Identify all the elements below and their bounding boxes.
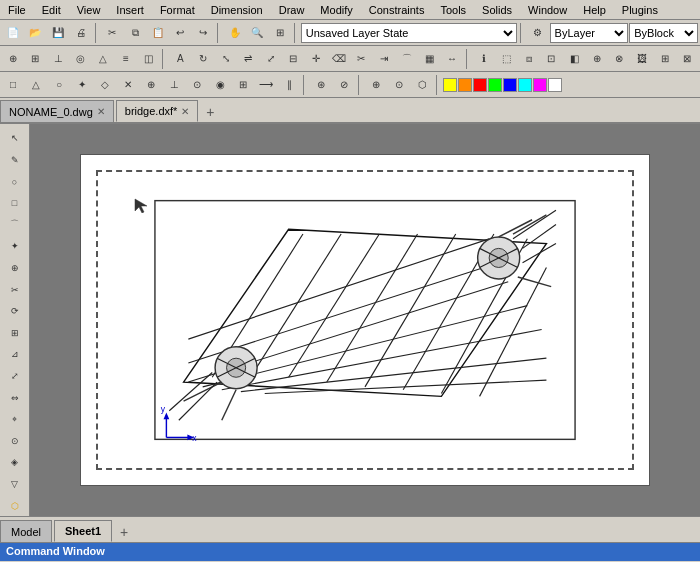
tab-bridge-close[interactable]: ✕ xyxy=(181,106,189,117)
snap-button[interactable]: ⊕ xyxy=(2,48,24,70)
select-tool[interactable]: ↖ xyxy=(4,128,26,149)
snapins-button[interactable]: ⊕ xyxy=(140,74,162,96)
menu-modify[interactable]: Modify xyxy=(312,2,360,18)
redo-button[interactable]: ↪ xyxy=(192,22,214,44)
snap3d-button[interactable]: ⬡ xyxy=(411,74,433,96)
pencil-tool[interactable]: ✎ xyxy=(4,150,26,171)
menu-solids[interactable]: Solids xyxy=(474,2,520,18)
hex-tool[interactable]: ⬡ xyxy=(4,495,26,516)
tab-sheet1[interactable]: Sheet1 xyxy=(54,520,112,542)
mirror-tool[interactable]: ⇔ xyxy=(4,387,26,408)
offset-button[interactable]: ⤢ xyxy=(260,48,282,70)
snapmid-button[interactable]: △ xyxy=(25,74,47,96)
snapint-button[interactable]: ✕ xyxy=(117,74,139,96)
snaptrack-button[interactable]: ⊕ xyxy=(365,74,387,96)
menu-window[interactable]: Window xyxy=(520,2,575,18)
scale-tool[interactable]: ⤢ xyxy=(4,366,26,387)
sna-color1[interactable] xyxy=(443,78,457,92)
snappara-button[interactable]: ∥ xyxy=(278,74,300,96)
cut-button[interactable]: ✂ xyxy=(102,22,124,44)
triangle-tool[interactable]: ⊿ xyxy=(4,344,26,365)
menu-dimension[interactable]: Dimension xyxy=(203,2,271,18)
array-button[interactable]: ⊟ xyxy=(283,48,305,70)
star-tool[interactable]: ✦ xyxy=(4,236,26,257)
circle-tool[interactable]: ○ xyxy=(4,171,26,192)
pasteasblock-button[interactable]: ⧈ xyxy=(518,48,540,70)
tool9[interactable]: ⊞ xyxy=(654,48,676,70)
move-button[interactable]: ✛ xyxy=(305,48,327,70)
snapnone-button[interactable]: ⊘ xyxy=(333,74,355,96)
sna-color2[interactable] xyxy=(458,78,472,92)
insert-button[interactable]: ⊕ xyxy=(586,48,608,70)
ortho-button[interactable]: ⊥ xyxy=(47,48,69,70)
snapnode-button[interactable]: ✦ xyxy=(71,74,93,96)
tab-bridge[interactable]: bridge.dxf* ✕ xyxy=(116,100,199,122)
color-select[interactable]: ByLayer xyxy=(550,23,629,43)
snapapp-button[interactable]: ⊞ xyxy=(232,74,254,96)
sna-color3[interactable] xyxy=(473,78,487,92)
osnap-button[interactable]: △ xyxy=(93,48,115,70)
zoom-all-button[interactable]: ⊞ xyxy=(269,22,291,44)
erase-button[interactable]: ⌫ xyxy=(328,48,350,70)
drawing-canvas-area[interactable]: x y xyxy=(30,124,700,516)
menu-constraints[interactable]: Constraints xyxy=(361,2,433,18)
menu-view[interactable]: View xyxy=(69,2,109,18)
new-button[interactable]: 📄 xyxy=(2,22,24,44)
text-button[interactable]: A xyxy=(169,48,191,70)
down-tool[interactable]: ▽ xyxy=(4,474,26,495)
scale-button[interactable]: ⤡ xyxy=(215,48,237,70)
tab-noname[interactable]: NONAME_0.dwg ✕ xyxy=(0,100,114,122)
properties-button[interactable]: ℹ xyxy=(473,48,495,70)
diamond-tool[interactable]: ◈ xyxy=(4,452,26,473)
menu-help[interactable]: Help xyxy=(575,2,614,18)
array-tool[interactable]: ⊞ xyxy=(4,322,26,343)
menu-tools[interactable]: Tools xyxy=(432,2,474,18)
transparency-button[interactable]: ◫ xyxy=(138,48,160,70)
snapfrom-button[interactable]: ⊙ xyxy=(388,74,410,96)
snaptang-button[interactable]: ⊙ xyxy=(186,74,208,96)
tab-model[interactable]: Model xyxy=(0,520,52,542)
rotate-tool[interactable]: ⟳ xyxy=(4,301,26,322)
add-sheet-button[interactable]: + xyxy=(114,522,134,542)
mirror-button[interactable]: ⇌ xyxy=(237,48,259,70)
sna-color4[interactable] xyxy=(488,78,502,92)
image-button[interactable]: 🖼 xyxy=(631,48,653,70)
hatch-button[interactable]: ▦ xyxy=(418,48,440,70)
ring-tool[interactable]: ⊙ xyxy=(4,431,26,452)
new-tab-button[interactable]: + xyxy=(200,102,220,122)
grid-button[interactable]: ⊞ xyxy=(25,48,47,70)
group-button[interactable]: ⊡ xyxy=(541,48,563,70)
xref-button[interactable]: ⊗ xyxy=(609,48,631,70)
menu-format[interactable]: Format xyxy=(152,2,203,18)
menu-edit[interactable]: Edit xyxy=(34,2,69,18)
dimension-button[interactable]: ↔ xyxy=(441,48,463,70)
print-button[interactable]: 🖨 xyxy=(70,22,92,44)
center-tool[interactable]: ⌖ xyxy=(4,409,26,430)
crosshair-tool[interactable]: ⊕ xyxy=(4,258,26,279)
tool10[interactable]: ⊠ xyxy=(676,48,698,70)
block-button[interactable]: ◧ xyxy=(563,48,585,70)
snapend-button[interactable]: □ xyxy=(2,74,24,96)
matchprop-button[interactable]: ⬚ xyxy=(495,48,517,70)
linetype-select[interactable]: ByBlock xyxy=(629,23,698,43)
menu-plugins[interactable]: Plugins xyxy=(614,2,666,18)
snapall-button[interactable]: ⊛ xyxy=(310,74,332,96)
paste-button[interactable]: 📋 xyxy=(147,22,169,44)
fillet-button[interactable]: ⌒ xyxy=(396,48,418,70)
layer-settings-button[interactable]: ⚙ xyxy=(527,22,549,44)
arc-tool[interactable]: ⌒ xyxy=(4,214,26,235)
trim-button[interactable]: ✂ xyxy=(351,48,373,70)
snapcen-button[interactable]: ○ xyxy=(48,74,70,96)
rect-tool[interactable]: □ xyxy=(4,193,26,214)
sna-color7[interactable] xyxy=(533,78,547,92)
zoom-button[interactable]: 🔍 xyxy=(246,22,268,44)
layer-state-select[interactable]: Unsaved Layer State xyxy=(301,23,517,43)
save-button[interactable]: 💾 xyxy=(47,22,69,44)
menu-file[interactable]: File xyxy=(0,2,34,18)
extend-button[interactable]: ⇥ xyxy=(373,48,395,70)
open-button[interactable]: 📂 xyxy=(25,22,47,44)
polar-button[interactable]: ◎ xyxy=(70,48,92,70)
snapext-button[interactable]: ⟶ xyxy=(255,74,277,96)
pan-button[interactable]: ✋ xyxy=(224,22,246,44)
snapnear-button[interactable]: ◉ xyxy=(209,74,231,96)
